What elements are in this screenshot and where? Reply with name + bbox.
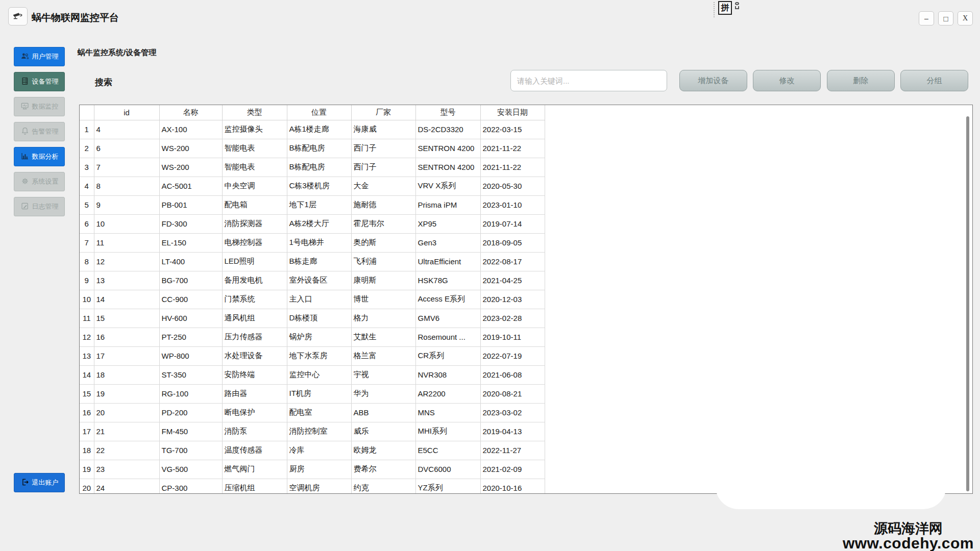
table-row[interactable]: 16 20 PD-200 断电保护 配电室 ABB MNS 2023-03-02 xyxy=(80,403,545,422)
cell-install-date: 2019-10-11 xyxy=(480,328,545,346)
ime-pinyin-badge[interactable]: 拼 xyxy=(718,1,732,15)
modify-button[interactable]: 修改 xyxy=(753,70,821,91)
sidebar-item-system-settings[interactable]: 系统设置 xyxy=(14,172,65,191)
cell-install-date: 2021-02-09 xyxy=(480,460,545,479)
table-row[interactable]: 12 16 PT-250 压力传感器 锅炉房 艾默生 Rosemount ...… xyxy=(80,328,545,346)
table-row[interactable]: 2 6 WS-200 智能电表 B栋配电房 西门子 SENTRON 4200 2… xyxy=(80,139,545,158)
cell-location: 室外设备区 xyxy=(287,271,351,290)
table-row[interactable]: 3 7 WS-200 智能电表 B栋配电房 西门子 SENTRON 4200 2… xyxy=(80,158,545,177)
cell-type: 温度传感器 xyxy=(222,441,287,460)
cell-name: WP-800 xyxy=(159,346,222,365)
cell-model: Rosemount ... xyxy=(415,328,480,346)
column-header[interactable]: 安装日期 xyxy=(480,105,545,120)
table-row[interactable]: 18 22 TG-700 温度传感器 冷库 欧姆龙 E5CC 2022-11-2… xyxy=(80,441,545,460)
cell-vendor: 格兰富 xyxy=(351,346,415,365)
table-row[interactable]: 9 13 BG-700 备用发电机 室外设备区 康明斯 HSK78G 2021-… xyxy=(80,271,545,290)
table-row[interactable]: 8 12 LT-400 LED照明 B栋走廊 飞利浦 UltraEfficien… xyxy=(80,252,545,271)
cell-id: 20 xyxy=(94,403,159,422)
sidebar-item-alarm-management[interactable]: 告警管理 xyxy=(14,122,65,141)
cell-id: 9 xyxy=(94,195,159,214)
app-title: 蜗牛物联网监控平台 xyxy=(32,11,119,24)
table-row[interactable]: 13 17 WP-800 水处理设备 地下水泵房 格兰富 CR系列 2022-0… xyxy=(80,346,545,365)
cell-vendor: 施耐德 xyxy=(351,195,415,214)
table-row[interactable]: 1 4 AX-100 监控摄像头 A栋1楼走廊 海康威 DS-2CD3320 2… xyxy=(80,120,545,139)
vertical-scrollbar[interactable] xyxy=(966,116,969,491)
cell-install-date: 2019-07-14 xyxy=(480,214,545,233)
cell-install-date: 2022-03-15 xyxy=(480,120,545,139)
column-header[interactable]: 名称 xyxy=(159,105,222,120)
row-number-cell: 15 xyxy=(80,384,94,403)
close-button[interactable]: X xyxy=(958,11,973,26)
cell-install-date: 2021-11-22 xyxy=(480,158,545,177)
column-header[interactable]: 类型 xyxy=(222,105,287,120)
row-number-cell: 5 xyxy=(80,195,94,214)
row-number-cell: 2 xyxy=(80,139,94,158)
minimize-button[interactable]: – xyxy=(919,11,934,26)
search-input[interactable] xyxy=(510,70,667,91)
table-row[interactable]: 6 10 FD-300 消防探测器 A栋2楼大厅 霍尼韦尔 XP95 2019-… xyxy=(80,214,545,233)
table-row[interactable]: 4 8 AC-5001 中央空调 C栋3楼机房 大金 VRV X系列 2020-… xyxy=(80,177,545,195)
cell-model: NVR308 xyxy=(415,365,480,384)
cell-location: IT机房 xyxy=(287,384,351,403)
table-row[interactable]: 14 18 ST-350 安防终端 监控中心 宇视 NVR308 2021-06… xyxy=(80,365,545,384)
cell-name: PD-200 xyxy=(159,403,222,422)
sidebar-item-data-analysis[interactable]: 数据分析 xyxy=(14,147,65,166)
row-number-cell: 7 xyxy=(80,233,94,252)
sidebar-item-user-management[interactable]: 用户管理 xyxy=(14,47,65,66)
sidebar-item-label: 设备管理 xyxy=(32,77,59,86)
cell-model: YZ系列 xyxy=(415,479,480,494)
ime-drag-handle-icon[interactable] xyxy=(714,2,715,17)
row-number-cell: 16 xyxy=(80,403,94,422)
cell-model: SENTRON 4200 xyxy=(415,158,480,177)
sidebar-item-device-management[interactable]: 设备管理 xyxy=(14,72,65,91)
cell-name: ST-350 xyxy=(159,365,222,384)
cell-name: PB-001 xyxy=(159,195,222,214)
cell-model: SENTRON 4200 xyxy=(415,139,480,158)
column-header[interactable]: id xyxy=(94,105,159,120)
cell-location: A栋1楼走廊 xyxy=(287,120,351,139)
table-row[interactable]: 10 14 CC-900 门禁系统 主入口 博世 Access E系列 2020… xyxy=(80,290,545,309)
maximize-button[interactable]: □ xyxy=(938,11,953,26)
cell-vendor: 飞利浦 xyxy=(351,252,415,271)
table-row[interactable]: 5 9 PB-001 配电箱 地下1层 施耐德 Prisma iPM 2023-… xyxy=(80,195,545,214)
logout-button[interactable]: 退出账户 xyxy=(14,473,65,492)
table-row[interactable]: 15 19 RG-100 路由器 IT机房 华为 AR2200 2020-08-… xyxy=(80,384,545,403)
cell-location: 地下水泵房 xyxy=(287,346,351,365)
table-row[interactable]: 7 11 EL-150 电梯控制器 1号电梯井 奥的斯 Gen3 2018-09… xyxy=(80,233,545,252)
ime-punctuation-icon[interactable] xyxy=(735,2,739,9)
sidebar-item-label: 日志管理 xyxy=(32,202,59,211)
cell-id: 10 xyxy=(94,214,159,233)
cell-id: 17 xyxy=(94,346,159,365)
cell-type: 门禁系统 xyxy=(222,290,287,309)
cell-install-date: 2023-01-10 xyxy=(480,195,545,214)
add-device-button[interactable]: 增加设备 xyxy=(679,70,747,91)
cell-type: 水处理设备 xyxy=(222,346,287,365)
column-header[interactable]: 位置 xyxy=(287,105,351,120)
table-row[interactable]: 19 23 VG-500 燃气阀门 厨房 费希尔 DVC6000 2021-02… xyxy=(80,460,545,479)
table-row[interactable]: 11 15 HV-600 通风机组 D栋楼顶 格力 GMV6 2023-02-2… xyxy=(80,309,545,328)
table-row[interactable]: 20 24 CP-300 压缩机组 空调机房 约克 YZ系列 2020-10-1… xyxy=(80,479,545,494)
column-header[interactable]: 型号 xyxy=(415,105,480,120)
cell-vendor: 西门子 xyxy=(351,158,415,177)
cell-name: BG-700 xyxy=(159,271,222,290)
cell-location: D栋楼顶 xyxy=(287,309,351,328)
ime-indicator[interactable]: 拼 xyxy=(714,1,739,17)
cell-model: AR2200 xyxy=(415,384,480,403)
search-label: 搜索 xyxy=(95,77,112,88)
cell-type: 智能电表 xyxy=(222,139,287,158)
group-button[interactable]: 分组 xyxy=(900,70,968,91)
cell-location: B栋配电房 xyxy=(287,139,351,158)
column-header[interactable]: 厂家 xyxy=(351,105,415,120)
table-row[interactable]: 17 21 FM-450 消防泵 消防控制室 威乐 MHI系列 2019-04-… xyxy=(80,422,545,441)
sidebar-item-log-management[interactable]: 日志管理 xyxy=(14,197,65,216)
delete-button[interactable]: 删除 xyxy=(827,70,895,91)
row-number-cell: 11 xyxy=(80,309,94,328)
row-number-cell: 3 xyxy=(80,158,94,177)
sidebar-item-data-monitoring[interactable]: 数据监控 xyxy=(14,97,65,116)
cell-vendor: 博世 xyxy=(351,290,415,309)
devices-icon xyxy=(20,77,30,87)
cell-name: WS-200 xyxy=(159,158,222,177)
breadcrumb: 蜗牛监控系统/设备管理 xyxy=(78,48,156,58)
sidebar-item-label: 系统设置 xyxy=(32,177,59,186)
cell-type: 消防泵 xyxy=(222,422,287,441)
